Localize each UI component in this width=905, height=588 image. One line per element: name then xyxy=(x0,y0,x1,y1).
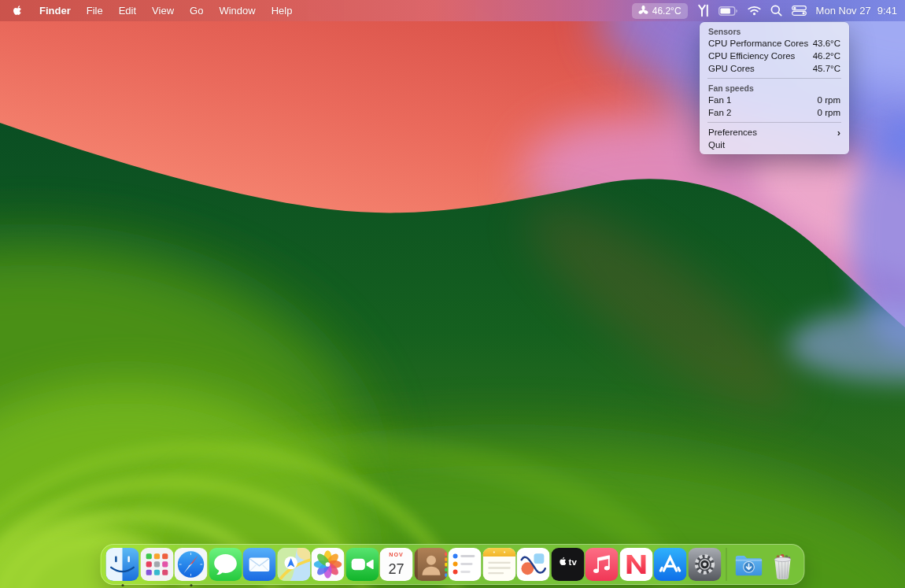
temperature-value: 46.2°C xyxy=(652,6,682,17)
reminders-icon xyxy=(449,548,482,581)
maps-icon xyxy=(277,548,310,581)
downloads-folder-icon xyxy=(732,548,765,581)
app-store-icon xyxy=(654,548,687,581)
menu-file[interactable]: File xyxy=(79,0,111,21)
fan-value: 0 rpm xyxy=(818,95,840,105)
dock-reminders[interactable] xyxy=(449,548,482,581)
menu-help[interactable]: Help xyxy=(264,0,301,21)
menu-item-preferences[interactable]: Preferences › xyxy=(700,126,849,139)
dock-music[interactable] xyxy=(585,548,619,581)
messages-icon xyxy=(209,548,242,581)
running-indicator xyxy=(121,584,124,586)
preferences-label: Preferences xyxy=(708,128,757,137)
menu-item-gpu-cores[interactable]: GPU Cores 45.7°C xyxy=(700,62,849,75)
contacts-icon xyxy=(414,548,447,581)
fan-label: Fan 1 xyxy=(708,95,731,105)
safari-icon xyxy=(175,548,208,581)
clock-time: 9:41 xyxy=(877,5,897,17)
quit-label: Quit xyxy=(708,140,725,150)
sensor-dropdown-menu: Sensors CPU Performance Cores 43.6°C CPU… xyxy=(700,22,849,154)
dock-system-settings[interactable] xyxy=(688,548,721,581)
battery-icon xyxy=(718,6,738,16)
sensor-value: 46.2°C xyxy=(813,51,840,61)
launchpad-icon xyxy=(140,548,173,581)
sensor-value: 45.7°C xyxy=(813,64,840,73)
control-center-icon xyxy=(792,6,807,16)
dock-maps[interactable] xyxy=(277,548,310,581)
spotlight-search-icon xyxy=(770,5,782,17)
menu-item-quit[interactable]: Quit xyxy=(700,139,849,151)
dock-facetime[interactable] xyxy=(345,548,379,581)
menu-item-cpu-efficiency-cores[interactable]: CPU Efficiency Cores 46.2°C xyxy=(700,50,849,62)
menu-section-sensors: Sensors xyxy=(700,25,849,37)
menu-finder[interactable]: Finder xyxy=(31,0,79,21)
photos-icon xyxy=(312,548,345,581)
freeform-icon xyxy=(517,548,550,581)
dock-divider xyxy=(726,548,727,581)
apple-tv-icon: tv xyxy=(551,548,584,581)
dock-calendar[interactable]: NOV 27 xyxy=(380,548,413,581)
menu-section-fan-speeds: Fan speeds xyxy=(700,82,849,94)
music-icon xyxy=(585,548,619,581)
fan-icon xyxy=(638,6,648,16)
trash-full-icon xyxy=(766,548,800,581)
menu-edit[interactable]: Edit xyxy=(111,0,144,21)
calendar-icon: NOV 27 xyxy=(380,548,413,581)
dock: NOV 27 xyxy=(101,544,805,585)
dock-trash[interactable] xyxy=(766,548,800,581)
sensor-label: CPU Efficiency Cores xyxy=(708,51,795,61)
menu-bar: Finder File Edit View Go Window Help 46.… xyxy=(0,0,905,21)
dock-contacts[interactable] xyxy=(414,548,447,581)
dock-news[interactable] xyxy=(619,548,652,581)
desktop: Finder File Edit View Go Window Help 46.… xyxy=(0,0,905,588)
mail-icon xyxy=(243,548,276,581)
menu-separator xyxy=(707,78,841,79)
calendar-day: 27 xyxy=(388,561,404,577)
fan-label: Fan 2 xyxy=(708,108,731,117)
apple-logo-icon xyxy=(12,5,23,17)
menu-item-fan-2[interactable]: Fan 2 0 rpm xyxy=(700,106,849,119)
menu-bar-clock[interactable]: Mon Nov 27 9:41 xyxy=(816,5,897,17)
dock-freeform[interactable] xyxy=(517,548,550,581)
menu-bar-status: 46.2°C xyxy=(632,0,905,21)
spotlight-menu-extra[interactable] xyxy=(770,5,782,17)
menu-item-cpu-performance-cores[interactable]: CPU Performance Cores 43.6°C xyxy=(700,37,849,50)
wifi-icon xyxy=(748,6,761,16)
system-settings-gear-icon xyxy=(688,548,721,581)
dock-app-store[interactable] xyxy=(654,548,687,581)
menu-go[interactable]: Go xyxy=(182,0,211,21)
chevron-right-icon: › xyxy=(837,128,840,138)
sensor-bars-icon xyxy=(697,4,709,17)
dock-messages[interactable] xyxy=(209,548,242,581)
sensor-label: GPU Cores xyxy=(708,64,755,73)
clock-date: Mon Nov 27 xyxy=(816,5,871,17)
notes-icon xyxy=(482,548,515,581)
fan-value: 0 rpm xyxy=(818,108,840,117)
calendar-month: NOV xyxy=(389,552,403,558)
menu-item-fan-1[interactable]: Fan 1 0 rpm xyxy=(700,94,849,106)
sensor-label: CPU Performance Cores xyxy=(708,39,808,48)
dock-mail[interactable] xyxy=(243,548,276,581)
menu-window[interactable]: Window xyxy=(211,0,263,21)
temperature-menu-extra[interactable]: 46.2°C xyxy=(632,3,688,19)
running-indicator xyxy=(190,584,192,586)
dock-photos[interactable] xyxy=(312,548,345,581)
apple-menu[interactable] xyxy=(0,0,31,21)
dock-finder[interactable] xyxy=(106,548,139,581)
sensor-value: 43.6°C xyxy=(813,39,840,48)
dock-tv[interactable]: tv xyxy=(551,548,584,581)
control-center-menu-extra[interactable] xyxy=(792,6,807,16)
menu-view[interactable]: View xyxy=(144,0,182,21)
dock-downloads-folder[interactable] xyxy=(732,548,765,581)
sensor-bars-menu-extra[interactable] xyxy=(697,4,709,17)
menu-separator xyxy=(707,122,841,123)
tv-label: tv xyxy=(568,557,577,567)
dock-safari[interactable] xyxy=(175,548,208,581)
dock-notes[interactable] xyxy=(482,548,515,581)
finder-icon xyxy=(106,548,139,581)
facetime-icon xyxy=(345,548,379,581)
battery-menu-extra[interactable] xyxy=(718,6,738,16)
wifi-menu-extra[interactable] xyxy=(748,6,761,16)
news-icon xyxy=(619,548,652,581)
dock-launchpad[interactable] xyxy=(140,548,173,581)
